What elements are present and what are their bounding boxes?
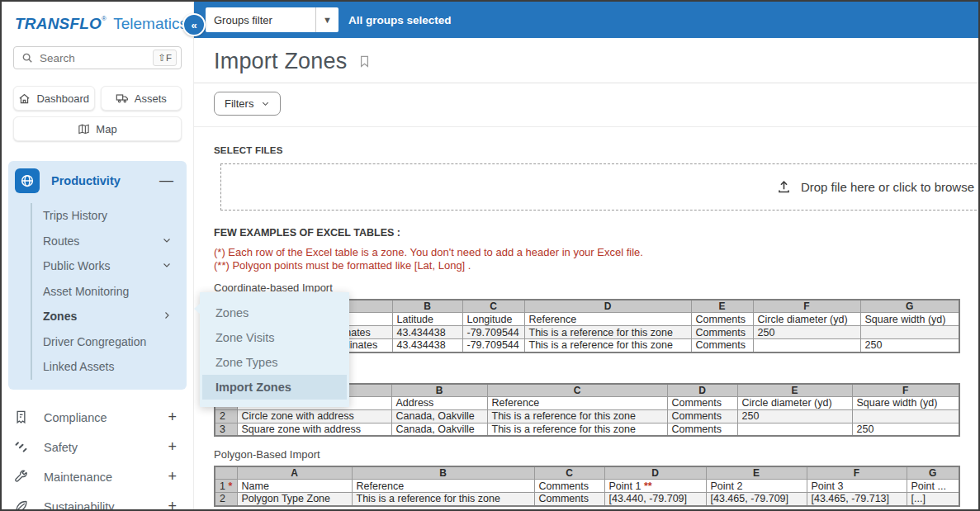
column-letter: F <box>753 300 860 313</box>
flyout-item-zone-types[interactable]: Zone Types <box>200 350 349 375</box>
sidebar-item-trips-history[interactable]: Trips History <box>32 203 180 229</box>
dropdown-caret-icon[interactable]: ▼ <box>316 15 339 25</box>
excel-example-table: ABCDEFG1 *NameReferenceCommentsPoint 1 *… <box>214 466 960 507</box>
chevron-down-icon[interactable] <box>162 259 172 272</box>
quick-nav: Dashboard Assets Map <box>13 86 182 141</box>
cell: Circle diameter (yd) <box>753 313 860 326</box>
chevron-right-icon[interactable] <box>162 310 172 323</box>
column-letter: E <box>706 466 807 480</box>
sidebar-item-compliance[interactable]: Compliance + <box>13 403 182 433</box>
sidebar-item-maintenance[interactable]: Maintenance + <box>13 462 182 492</box>
cell: Point 1 ** <box>604 480 706 493</box>
brand-name: TRANSFLO <box>15 15 102 32</box>
cell: 250 <box>753 326 860 339</box>
registered-mark: ® <box>102 15 107 22</box>
chevron-down-icon <box>261 99 270 108</box>
collapse-section-icon[interactable]: — <box>159 173 173 189</box>
assets-button[interactable]: Assets <box>101 86 182 111</box>
flyout-item-zone-visits[interactable]: Zone Visits <box>200 325 349 350</box>
search-icon <box>21 52 33 64</box>
assets-label: Assets <box>135 92 167 105</box>
flyout-item-zones[interactable]: Zones <box>200 300 349 325</box>
cell: Comments <box>691 313 753 326</box>
map-button[interactable]: Map <box>13 116 182 141</box>
compliance-label: Compliance <box>44 411 107 424</box>
cell: Comments <box>691 339 753 352</box>
expand-plus-icon[interactable]: + <box>168 409 177 426</box>
required-asterisk: ** <box>644 480 652 492</box>
zones-flyout-menu: Zones Zone Visits Zone Types Import Zone… <box>200 292 349 407</box>
globe-icon <box>15 168 40 193</box>
cell: -79.709544 <box>462 339 524 352</box>
cell: This is a reference for this zone <box>524 339 691 352</box>
cell: 250 <box>737 409 852 423</box>
cell: Latitude <box>392 313 462 326</box>
sidebar-item-driver-congregation[interactable]: Driver Congregation <box>32 329 180 355</box>
productivity-header[interactable]: Productivity — <box>15 168 180 193</box>
chevron-down-icon[interactable] <box>162 234 172 248</box>
cell: Longitude <box>462 313 524 326</box>
column-letter: C <box>487 384 667 397</box>
item-label: Asset Monitoring <box>43 285 129 298</box>
sidebar-item-sustainability[interactable]: Sustainability + <box>13 492 182 511</box>
toolbar: Filters <box>194 83 978 127</box>
row-number: 1 * <box>215 480 237 493</box>
cell: This is a reference for this zone <box>524 326 691 339</box>
item-label: Public Works <box>43 259 110 272</box>
expand-plus-icon[interactable]: + <box>168 468 177 485</box>
expand-plus-icon[interactable]: + <box>168 498 177 511</box>
cell: This is a reference for this zone <box>352 493 534 506</box>
sidebar-sections: Compliance + Safety + Maintenance + Sust… <box>13 403 182 511</box>
cell: 250 <box>860 339 959 352</box>
sidebar-item-asset-monitoring[interactable]: Asset Monitoring <box>32 279 180 305</box>
bookmark-icon[interactable] <box>357 54 372 72</box>
dashboard-button[interactable]: Dashboard <box>13 86 95 111</box>
expand-plus-icon[interactable]: + <box>168 438 177 456</box>
sidebar-item-safety[interactable]: Safety + <box>13 433 182 462</box>
column-letter: D <box>667 384 737 397</box>
cell: [...] <box>907 493 959 506</box>
app-window: Groups filter ▼ All groups selected « TR… <box>0 0 980 511</box>
cell: Canada, Oakville <box>391 409 487 423</box>
cell: Reference <box>524 313 691 326</box>
column-letter: B <box>392 300 462 313</box>
groups-filter-combobox[interactable]: Groups filter ▼ <box>206 7 339 32</box>
sidebar-item-zones[interactable]: Zones <box>32 304 180 329</box>
import-notes: (*) Each row of the Excel table is a zon… <box>214 246 978 272</box>
cell: [43.440, -79.709] <box>604 493 706 506</box>
file-dropzone[interactable]: Drop file here or click to browse <box>220 163 978 211</box>
groups-status-text: All groups selected <box>348 14 452 26</box>
truck-icon <box>116 92 129 105</box>
sidebar-item-linked-assets[interactable]: Linked Assets <box>32 354 180 380</box>
dropzone-text: Drop file here or click to browse <box>801 180 974 194</box>
note-polygon-format: (**) Polygon points must be formatted li… <box>214 259 978 272</box>
cell: This is a reference for this zone <box>487 423 667 436</box>
productivity-subnav: Trips History Routes Public Works Asset … <box>31 203 180 380</box>
column-letter: E <box>691 300 753 313</box>
flyout-item-import-zones[interactable]: Import Zones <box>202 375 347 400</box>
groups-filter-label[interactable]: Groups filter <box>206 14 315 26</box>
sidebar-collapse-button[interactable]: « <box>182 13 206 36</box>
cell: Name <box>237 480 352 493</box>
sidebar-item-routes[interactable]: Routes <box>32 229 180 254</box>
row-number: 2 <box>215 409 237 423</box>
column-letter: B <box>391 384 487 397</box>
sidebar-item-public-works[interactable]: Public Works <box>32 253 180 279</box>
table-row: 2Circle zone with addressCanada, Oakvill… <box>215 409 959 423</box>
upload-icon <box>776 179 792 195</box>
filters-label: Filters <box>225 97 253 110</box>
map-icon <box>78 123 90 135</box>
column-letter: G <box>860 300 959 313</box>
productivity-label: Productivity <box>51 174 121 187</box>
column-letter: B <box>352 466 534 480</box>
search-box[interactable]: ⇧F <box>13 46 182 69</box>
page-header: Import Zones <box>194 38 978 74</box>
cell: -79.709544 <box>462 326 524 339</box>
filters-button[interactable]: Filters <box>214 92 281 116</box>
cell: 43.434438 <box>392 339 462 352</box>
cell <box>753 339 860 352</box>
search-input[interactable] <box>40 52 153 64</box>
required-asterisk: * <box>228 480 232 492</box>
cell: Reference <box>487 396 667 409</box>
column-letter: C <box>462 300 524 313</box>
